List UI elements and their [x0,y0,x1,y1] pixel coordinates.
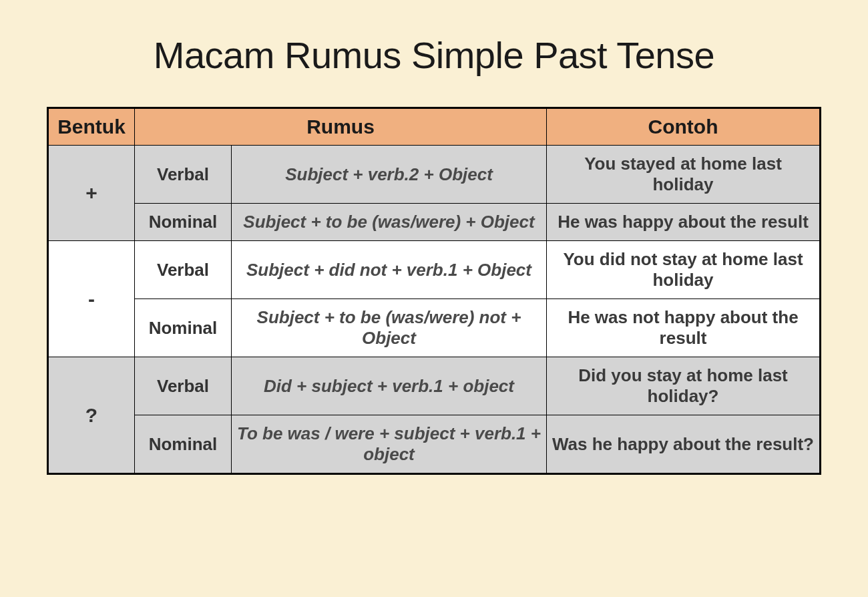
type-cell: Verbal [135,241,232,299]
type-cell: Nominal [135,415,232,474]
tense-table: Bentuk Rumus Contoh + Verbal Subject + v… [47,107,821,475]
header-rumus: Rumus [135,108,547,146]
table-row: Nominal Subject + to be (was/were) not +… [48,299,821,357]
bentuk-negative: - [48,241,135,357]
contoh-cell: He was not happy about the result [547,299,821,357]
contoh-cell: Did you stay at home last holiday? [547,357,821,415]
rumus-cell: To be was / were + subject + verb.1 + ob… [232,415,547,474]
contoh-cell: You did not stay at home last holiday [547,241,821,299]
contoh-cell: He was happy about the result [547,204,821,241]
rumus-cell: Subject + verb.2 + Object [232,146,547,204]
table-row: Nominal Subject + to be (was/were) + Obj… [48,204,821,241]
table-row: - Verbal Subject + did not + verb.1 + Ob… [48,241,821,299]
contoh-cell: Was he happy about the result? [547,415,821,474]
table-row: + Verbal Subject + verb.2 + Object You s… [48,146,821,204]
type-cell: Verbal [135,146,232,204]
rumus-cell: Subject + did not + verb.1 + Object [232,241,547,299]
rumus-cell: Subject + to be (was/were) not + Object [232,299,547,357]
header-contoh: Contoh [547,108,821,146]
type-cell: Nominal [135,299,232,357]
type-cell: Nominal [135,204,232,241]
table-row: ? Verbal Did + subject + verb.1 + object… [48,357,821,415]
page-title: Macam Rumus Simple Past Tense [47,33,821,77]
bentuk-positive: + [48,146,135,241]
rumus-cell: Subject + to be (was/were) + Object [232,204,547,241]
bentuk-question: ? [48,357,135,474]
rumus-cell: Did + subject + verb.1 + object [232,357,547,415]
type-cell: Verbal [135,357,232,415]
table-row: Nominal To be was / were + subject + ver… [48,415,821,474]
contoh-cell: You stayed at home last holiday [547,146,821,204]
header-bentuk: Bentuk [48,108,135,146]
